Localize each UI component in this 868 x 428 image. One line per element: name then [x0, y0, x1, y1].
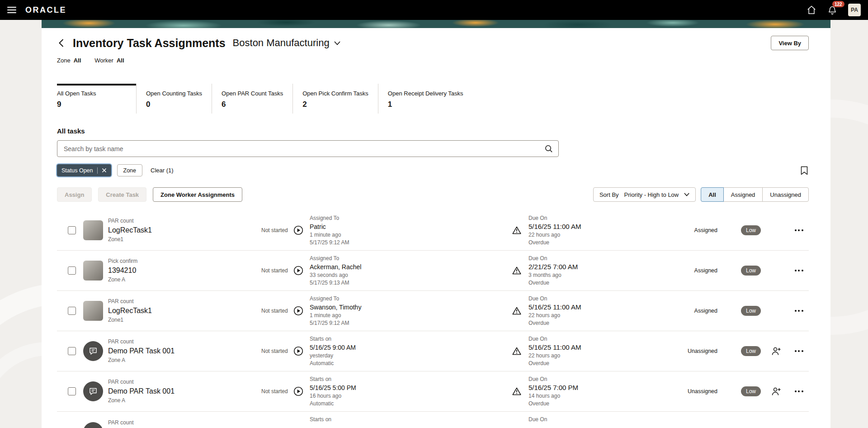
task-thumbnail-image [83, 220, 103, 240]
task-info[interactable]: Pick confirm 1394210 Zone A [103, 258, 261, 283]
worker-filter[interactable]: Worker All [94, 57, 124, 64]
task-checkbox[interactable] [68, 307, 76, 315]
banner-image [42, 20, 830, 28]
assigned-to-block: Assigned To Ackerman, Rachel 33 seconds … [303, 255, 511, 286]
assigned-to-block: Assigned To Swanson, Timothy 1 minute ag… [303, 295, 511, 327]
home-icon[interactable] [807, 5, 816, 15]
worker-filter-label: Worker [94, 57, 113, 64]
task-info[interactable]: PAR count Demo PAR Task 001 Zone A [103, 379, 261, 404]
chat-bubble-icon [89, 347, 98, 356]
task-type-avatar [83, 341, 103, 361]
back-button[interactable] [57, 38, 66, 48]
task-tabs: All Open Tasks 9 Open Counting Tasks 0 O… [57, 84, 809, 114]
tab-open-counting-tasks[interactable]: Open Counting Tasks 0 [137, 84, 212, 114]
task-info[interactable]: PAR count LogRecTask1 Zone1 [103, 218, 261, 243]
row-overflow-menu-icon[interactable] [794, 267, 804, 274]
task-status: Not started [261, 348, 286, 354]
table-row: PAR count Demo PAR Task 001 Zone A Not s… [57, 371, 809, 412]
worker-filter-value: All [117, 57, 124, 64]
page-header: Inventory Task Assignments Boston Manufa… [57, 34, 809, 52]
segment-unassigned[interactable]: Unassigned [762, 187, 809, 202]
task-type-avatar [83, 381, 103, 401]
status-open-chip[interactable]: Status Open [57, 164, 111, 176]
starts-on-block: Starts on 5/16/25 5:00 PM 16 hours ago A… [303, 376, 511, 407]
start-task-icon[interactable] [293, 266, 303, 276]
search-input[interactable] [63, 145, 544, 153]
zone-chip[interactable]: Zone [117, 164, 143, 176]
task-info[interactable]: PAR count [103, 419, 261, 428]
content-column: Inventory Task Assignments Boston Manufa… [42, 20, 830, 428]
chip-divider [97, 167, 98, 174]
menu-icon[interactable] [7, 7, 16, 13]
remove-status-filter-icon[interactable] [102, 168, 107, 173]
clear-filters-link[interactable]: Clear (1) [151, 167, 174, 174]
notifications-bell-icon[interactable]: 122 [827, 5, 837, 15]
bookmark-icon[interactable] [800, 165, 809, 176]
view-by-button[interactable]: View By [771, 36, 809, 50]
notification-count-badge: 122 [832, 1, 844, 7]
chat-bubble-icon [89, 387, 98, 396]
search-box [57, 140, 559, 157]
search-icon[interactable] [544, 144, 553, 153]
section-title: All tasks [57, 127, 809, 135]
tab-open-receipt-delivery-tasks[interactable]: Open Receipt Delivery Tasks 1 [378, 84, 473, 114]
assign-worker-icon[interactable] [771, 387, 781, 396]
overdue-warning-icon [511, 266, 522, 275]
table-row: PAR count LogRecTask1 Zone1 Not started … [57, 210, 809, 251]
assignment-segmented-control: All Assigned Unassigned [701, 187, 809, 202]
priority-badge: Low [741, 346, 761, 356]
topbar-left: ORACLE [7, 5, 66, 15]
task-checkbox[interactable] [68, 266, 76, 275]
assign-button[interactable]: Assign [57, 187, 92, 202]
assignment-status: Assigned [677, 308, 717, 314]
org-selector[interactable]: Boston Manufacturing [233, 37, 340, 49]
assignment-status: Unassigned [677, 388, 717, 395]
app-top-bar: ORACLE 122 PA [0, 0, 868, 20]
due-on-block: Due On 2/21/25 7:00 AM 3 months ago Over… [522, 255, 677, 286]
task-info[interactable]: PAR count Demo PAR Task 001 Zone A [103, 338, 261, 364]
start-task-icon[interactable] [293, 386, 303, 396]
zone-worker-assignments-button[interactable]: Zone Worker Assignments [153, 187, 242, 202]
row-overflow-menu-icon[interactable] [794, 227, 804, 234]
assign-worker-icon[interactable] [771, 347, 781, 356]
sort-by-dropdown[interactable]: Sort By Priority - High to Low [593, 187, 696, 202]
task-checkbox[interactable] [68, 226, 76, 234]
row-overflow-menu-icon[interactable] [794, 307, 804, 314]
zone-filter[interactable]: Zone All [57, 57, 81, 64]
table-row: PAR count Demo PAR Task 001 Zone A Not s… [57, 331, 809, 371]
start-task-icon[interactable] [293, 346, 303, 356]
topbar-right: 122 PA [807, 4, 861, 16]
tab-open-pick-confirm-tasks[interactable]: Open Pick Confirm Tasks 2 [293, 84, 378, 114]
sort-by-label: Sort By [599, 191, 619, 198]
task-thumbnail-image [83, 261, 103, 281]
tab-open-par-count-tasks[interactable]: Open PAR Count Tasks 6 [212, 84, 293, 114]
due-on-block: Due On 5/16/25 7:00 PM 14 hours ago Over… [522, 376, 677, 407]
user-avatar[interactable]: PA [848, 4, 861, 16]
start-task-icon[interactable] [293, 225, 303, 235]
due-on-block: Due On [522, 416, 677, 428]
row-overflow-menu-icon[interactable] [794, 347, 804, 355]
starts-on-block: Starts on 5/16/25 9:00 AM yesterday Auto… [303, 336, 511, 367]
sort-by-value: Priority - High to Low [624, 191, 679, 198]
task-list: PAR count LogRecTask1 Zone1 Not started … [57, 210, 809, 428]
filter-summary: Zone All Worker All [57, 57, 809, 64]
task-checkbox[interactable] [68, 347, 76, 355]
row-overflow-menu-icon[interactable] [794, 388, 804, 395]
tab-all-open-tasks[interactable]: All Open Tasks 9 [57, 84, 137, 114]
task-info[interactable]: PAR count LogRecTask1 Zone1 [103, 298, 261, 323]
assignment-status: Assigned [677, 267, 717, 274]
main-panel: Inventory Task Assignments Boston Manufa… [42, 28, 830, 428]
create-task-button[interactable]: Create Task [98, 187, 146, 202]
task-status: Not started [261, 308, 286, 314]
segment-all[interactable]: All [701, 187, 724, 202]
zone-filter-value: All [74, 57, 81, 64]
overdue-warning-icon [511, 347, 522, 355]
table-row: PAR count Starts on Due On [57, 412, 809, 428]
overdue-warning-icon [511, 387, 522, 395]
start-task-icon[interactable] [293, 306, 303, 316]
due-on-block: Due On 5/16/25 11:00 AM 22 hours ago Ove… [522, 336, 677, 367]
task-checkbox[interactable] [68, 387, 76, 395]
chevron-down-icon [334, 41, 340, 45]
segment-assigned[interactable]: Assigned [723, 187, 763, 202]
oracle-logo: ORACLE [25, 5, 66, 15]
